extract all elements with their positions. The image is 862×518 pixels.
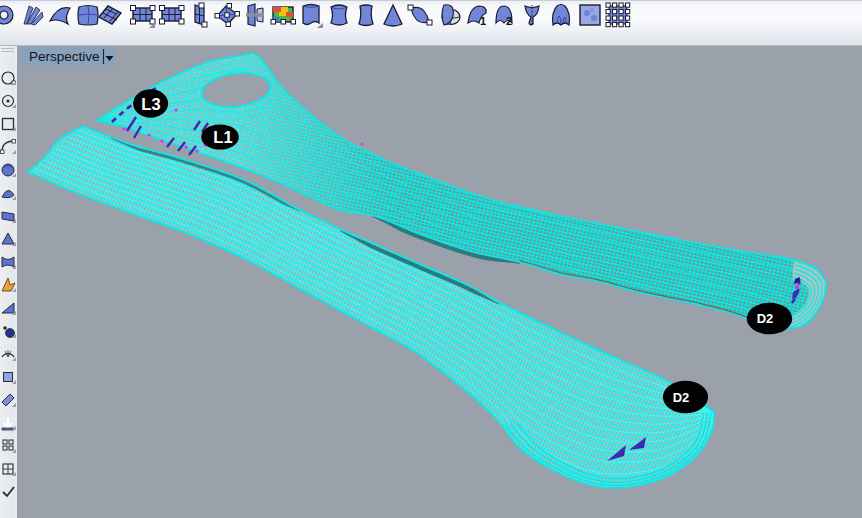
svg-text:D2: D2: [673, 390, 690, 405]
svg-text:L1: L1: [213, 128, 232, 146]
svg-text:2: 2: [506, 15, 512, 27]
svg-text:Perspective: Perspective: [29, 49, 100, 64]
svg-text:D2: D2: [757, 311, 774, 326]
svg-text:1: 1: [480, 15, 486, 27]
svg-text:L3: L3: [141, 95, 160, 113]
